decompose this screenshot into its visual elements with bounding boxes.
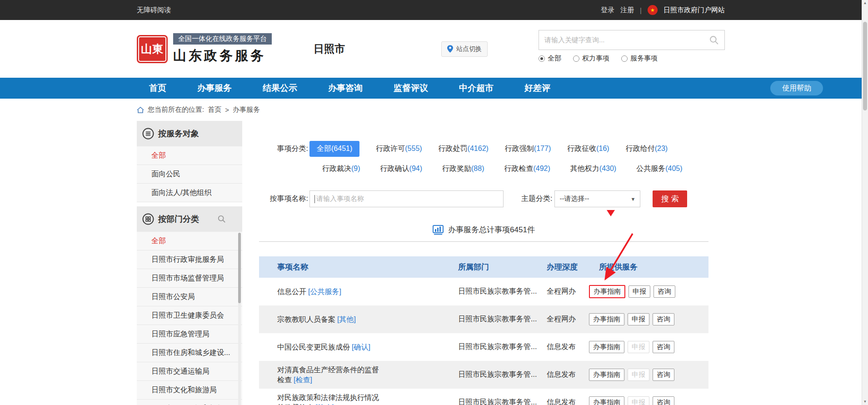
breadcrumb-current: 办事服务 [233, 105, 260, 114]
page: 无障碍阅读 登录 注册 | ★ 日照市政府门户网站 山東 全国一体化在线政务服务… [0, 0, 862, 405]
item-actions: 办事指南申报咨询 [589, 341, 708, 353]
search-scope-radio[interactable]: 权力事项 [573, 54, 609, 63]
guide-button[interactable]: 办事指南 [589, 313, 624, 325]
category-filter[interactable]: 行政给付(23) [626, 144, 668, 154]
item-actions: 办事指南申报咨询 [589, 369, 708, 381]
apply-button[interactable]: 申报 [628, 341, 649, 353]
category-filter[interactable]: 行政征收(16) [567, 144, 609, 154]
guide-button[interactable]: 办事指南 [589, 396, 624, 405]
category-filter[interactable]: 行政裁决(9) [322, 164, 360, 174]
item-category-link[interactable]: [公共服务] [308, 288, 341, 295]
nav-item[interactable]: 办事服务 [197, 82, 232, 94]
portal-link[interactable]: 日照市政府门户网站 [663, 6, 725, 15]
category-filter-count: (555) [405, 145, 422, 152]
help-button[interactable]: 使用帮助 [770, 81, 823, 95]
consult-button[interactable]: 咨询 [653, 369, 674, 381]
accessibility-link[interactable]: 无障碍阅读 [137, 6, 171, 15]
apply-button[interactable]: 申报 [628, 313, 649, 325]
sidebar-item[interactable]: 日照市自然资源和规划... [137, 400, 242, 405]
nav-item[interactable]: 办事咨询 [328, 82, 363, 94]
sidebar-item[interactable]: 日照市卫生健康委员会 [137, 306, 242, 325]
item-category-link[interactable]: [检查] [315, 404, 334, 405]
category-filter-count: (430) [599, 165, 616, 172]
shandong-seal-logo: 山東 [137, 35, 168, 63]
sidebar-item[interactable]: 日照市行政审批服务局 [137, 250, 242, 269]
national-emblem-icon: ★ [648, 5, 658, 15]
item-category-link[interactable]: [确认] [352, 343, 370, 351]
category-filter[interactable]: 全部(6451) [309, 141, 359, 157]
city-name: 日照市 [314, 42, 345, 56]
chevron-down-icon: ▼ [631, 196, 636, 202]
consult-button[interactable]: 咨询 [653, 285, 675, 298]
page-scrollbar[interactable]: ▲ ▼ [862, 0, 868, 405]
search-scope-radio[interactable]: 服务事项 [621, 54, 658, 63]
nav-item[interactable]: 好差评 [524, 82, 550, 94]
service-object-section: 按服务对象 全部面向公民面向法人/其他组织 [137, 121, 242, 202]
table-row: 中国公民变更民族成份[确认]日照市民族宗教事务管...信息发布办事指南申报咨询 [259, 333, 708, 361]
radio-icon [573, 55, 579, 62]
consult-button[interactable]: 咨询 [653, 341, 674, 353]
nav-item[interactable]: 监督评议 [394, 82, 428, 94]
sidebar-item[interactable]: 日照市市场监督管理局 [137, 269, 242, 288]
sidebar-item[interactable]: 日照市住房和城乡建设... [137, 344, 242, 362]
category-filter[interactable]: 行政许可(555) [376, 144, 422, 154]
sidebar-item[interactable]: 全部 [137, 146, 242, 165]
apply-button[interactable]: 申报 [628, 369, 649, 381]
radio-label: 服务事项 [630, 54, 658, 63]
breadcrumb-home[interactable]: 首页 [208, 105, 221, 114]
topic-select[interactable]: --请选择-- ▼ [554, 190, 640, 207]
category-filter[interactable]: 行政强制(177) [505, 144, 551, 154]
item-name-cell: 对民族政策和法律法规执行情况的监督检查[检查] [259, 393, 458, 405]
scrollbar-down-icon[interactable]: ▼ [862, 399, 868, 405]
guide-button[interactable]: 办事指南 [589, 285, 625, 298]
divider [259, 241, 708, 242]
item-name: 宗教教职人员备案 [277, 315, 335, 323]
item-name-cell: 信息公开[公共服务] [259, 287, 458, 297]
consult-button[interactable]: 咨询 [653, 396, 674, 405]
radio-icon [539, 55, 545, 62]
scrollbar-up-icon[interactable]: ▲ [862, 0, 868, 6]
page-scrollbar-thumb[interactable] [863, 22, 867, 110]
category-filter[interactable]: 行政确认(94) [380, 164, 422, 174]
sidebar-scrollbar-thumb[interactable] [238, 233, 241, 303]
column-header-dept: 所属部门 [458, 262, 547, 272]
item-name-input[interactable]: 请输入事项名称 [309, 190, 504, 207]
column-header-depth: 办理深度 [547, 262, 589, 272]
category-filter[interactable]: 行政奖励(88) [442, 164, 484, 174]
category-filter[interactable]: 行政处罚(4162) [439, 144, 489, 154]
sidebar-item[interactable]: 日照市交通运输局 [137, 362, 242, 381]
item-category-link[interactable]: [检查] [294, 376, 312, 384]
item-depth: 信息发布 [547, 370, 589, 380]
register-link[interactable]: 注册 [620, 6, 634, 15]
category-filter[interactable]: 公共服务(405) [636, 164, 682, 174]
guide-button[interactable]: 办事指南 [589, 341, 624, 353]
guide-button[interactable]: 办事指南 [589, 369, 624, 381]
category-filter[interactable]: 其他权力(430) [570, 164, 616, 174]
sidebar-item[interactable]: 日照市应急管理局 [137, 325, 242, 344]
category-filter-label: 公共服务 [636, 165, 665, 172]
sidebar-item[interactable]: 面向公民 [137, 165, 242, 184]
sidebar-item[interactable]: 全部 [137, 232, 242, 250]
nav-item[interactable]: 中介超市 [459, 82, 494, 94]
apply-button[interactable]: 申报 [628, 396, 649, 405]
apply-button[interactable]: 申报 [629, 285, 650, 298]
nav-item[interactable]: 首页 [149, 82, 166, 94]
sidebar-item[interactable]: 日照市公安局 [137, 288, 242, 306]
consult-button[interactable]: 咨询 [653, 313, 674, 325]
item-category-link[interactable]: [其他] [337, 315, 356, 323]
department-search-icon[interactable] [218, 215, 226, 223]
sidebar-scrollbar[interactable] [238, 233, 241, 405]
nav-item[interactable]: 结果公示 [263, 82, 297, 94]
search-scope-radio[interactable]: 全部 [539, 54, 561, 63]
keyword-search-input[interactable]: 请输入关键字查询... [539, 30, 725, 50]
content: 按服务对象 全部面向公民面向法人/其他组织 按部门分类 全部日照市行政审批服务局… [137, 121, 725, 405]
search-button[interactable]: 搜 索 [653, 190, 687, 207]
sidebar-item[interactable]: 日照市文化和旅游局 [137, 381, 242, 400]
search-icon[interactable] [709, 35, 719, 45]
breadcrumb: 您当前所在的位置: 首页 > 办事服务 [137, 99, 725, 121]
category-filter[interactable]: 行政检查(492) [504, 164, 550, 174]
site-switch-button[interactable]: 站点切换 [441, 41, 488, 57]
category-filter-count: (23) [655, 145, 668, 152]
sidebar-item[interactable]: 面向法人/其他组织 [137, 184, 242, 202]
login-link[interactable]: 登录 [601, 6, 614, 15]
